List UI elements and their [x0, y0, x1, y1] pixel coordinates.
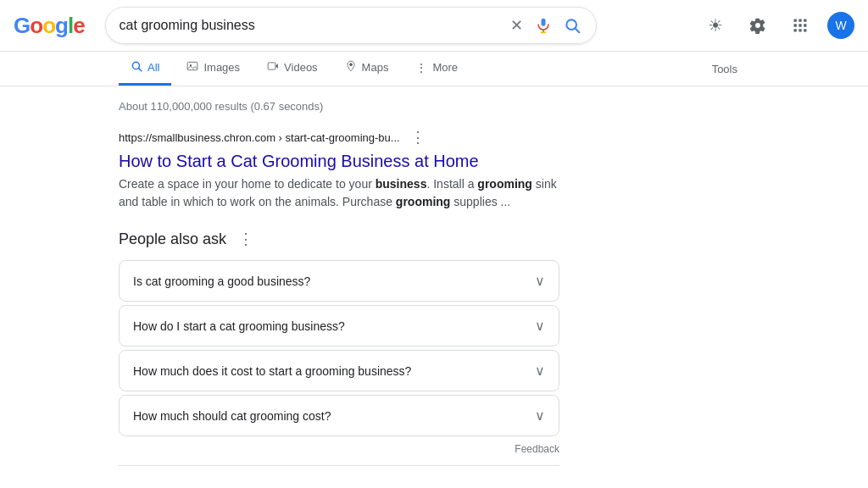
header: G o o g l e ✕ ☀ — [0, 0, 868, 52]
paa-chevron-0: ∨ — [535, 273, 545, 289]
result-url-row-2: https://nationalcatgroomers.com › why-wo… — [119, 483, 559, 488]
main-content: About 110,000,000 results (0.67 seconds)… — [0, 86, 678, 488]
paa-chevron-1: ∨ — [535, 318, 545, 334]
svg-rect-5 — [794, 19, 797, 22]
result-menu-button-1[interactable]: ⋮ — [407, 126, 429, 148]
result-url-1: https://smallbusiness.chron.com › start-… — [119, 131, 400, 144]
header-right: ☀ W — [700, 10, 854, 41]
paa-question-3: How much should cat grooming cost? — [133, 409, 331, 423]
all-tab-icon — [131, 60, 142, 75]
tab-more-label: More — [432, 61, 458, 74]
images-tab-icon — [186, 60, 198, 75]
apps-icon — [792, 17, 809, 34]
tab-all-label: All — [147, 61, 159, 74]
logo-g2: g — [55, 13, 68, 39]
result-snippet-1: Create a space in your home to dedicate … — [119, 175, 559, 211]
paa-chevron-3: ∨ — [535, 408, 545, 424]
svg-rect-18 — [268, 63, 275, 69]
more-tab-icon: ⋮ — [415, 61, 427, 75]
svg-rect-12 — [798, 29, 801, 31]
paa-item-3[interactable]: How much should cat grooming cost? ∨ — [119, 395, 559, 436]
gear-icon — [749, 17, 766, 34]
paa-title: People also ask — [119, 230, 226, 248]
paa-question-0: Is cat grooming a good business? — [133, 274, 310, 288]
clear-button[interactable]: ✕ — [509, 14, 525, 36]
paa-question-2: How much does it cost to start a groomin… — [133, 364, 411, 378]
logo-o2: o — [42, 13, 55, 39]
paa-header: People also ask ⋮ — [119, 228, 559, 250]
maps-tab-icon — [345, 60, 357, 75]
mic-icon — [535, 17, 552, 34]
results-count: About 110,000,000 results (0.67 seconds) — [119, 97, 559, 113]
paa-item-2[interactable]: How much does it cost to start a groomin… — [119, 350, 559, 391]
svg-point-20 — [349, 64, 352, 66]
result-card-1: https://smallbusiness.chron.com › start-… — [119, 126, 559, 211]
tools-button[interactable]: Tools — [700, 54, 749, 84]
logo-g: G — [14, 13, 30, 39]
nav-tabs: All Images Videos Maps ⋮ More Tools — [0, 52, 868, 86]
svg-rect-16 — [188, 62, 198, 69]
clear-icon: ✕ — [510, 16, 523, 35]
svg-rect-8 — [794, 24, 797, 26]
result-menu-button-2[interactable]: ⋮ — [399, 483, 421, 488]
user-avatar[interactable]: W — [827, 12, 854, 39]
logo-e: e — [73, 13, 84, 39]
svg-rect-11 — [794, 29, 797, 31]
search-input[interactable] — [120, 18, 500, 33]
paa-section: People also ask ⋮ Is cat grooming a good… — [119, 228, 559, 466]
svg-rect-6 — [798, 19, 801, 22]
tab-more[interactable]: ⋮ More — [403, 53, 470, 86]
result-url-row-1: https://smallbusiness.chron.com › start-… — [119, 126, 559, 148]
tab-images-label: Images — [203, 61, 240, 74]
paa-item-0[interactable]: Is cat grooming a good business? ∨ — [119, 260, 559, 302]
svg-rect-13 — [804, 29, 806, 31]
feedback-label: Feedback — [515, 443, 559, 455]
search-submit-button[interactable] — [562, 15, 582, 36]
tab-videos-label: Videos — [284, 61, 318, 74]
svg-rect-0 — [541, 19, 545, 26]
paa-chevron-2: ∨ — [535, 363, 545, 379]
videos-tab-icon — [267, 60, 279, 75]
search-bar: ✕ — [105, 7, 597, 44]
svg-rect-7 — [804, 19, 806, 22]
paa-question-1: How do I start a cat grooming business? — [133, 319, 345, 333]
brightness-button[interactable]: ☀ — [700, 10, 731, 41]
result-card-2: https://nationalcatgroomers.com › why-wo… — [119, 483, 559, 488]
search-icon — [564, 17, 581, 34]
tab-maps[interactable]: Maps — [333, 52, 401, 86]
result-title-1[interactable]: How to Start a Cat Grooming Business at … — [119, 150, 559, 172]
google-logo: G o o g l e — [14, 13, 85, 39]
tab-images[interactable]: Images — [175, 52, 252, 86]
svg-line-4 — [575, 29, 579, 33]
svg-rect-10 — [804, 24, 806, 26]
paa-menu-button[interactable]: ⋮ — [235, 228, 257, 250]
feedback-row: Feedback — [119, 440, 559, 466]
mic-button[interactable] — [533, 15, 554, 36]
tab-videos[interactable]: Videos — [255, 52, 330, 86]
tab-maps-label: Maps — [362, 61, 389, 74]
apps-button[interactable] — [785, 10, 815, 41]
settings-button[interactable] — [743, 10, 773, 41]
tab-all[interactable]: All — [119, 52, 171, 86]
paa-item-1[interactable]: How do I start a cat grooming business? … — [119, 305, 559, 347]
brightness-icon: ☀ — [708, 15, 723, 36]
svg-line-15 — [139, 69, 142, 71]
logo-o1: o — [30, 13, 42, 39]
svg-rect-9 — [798, 24, 801, 26]
